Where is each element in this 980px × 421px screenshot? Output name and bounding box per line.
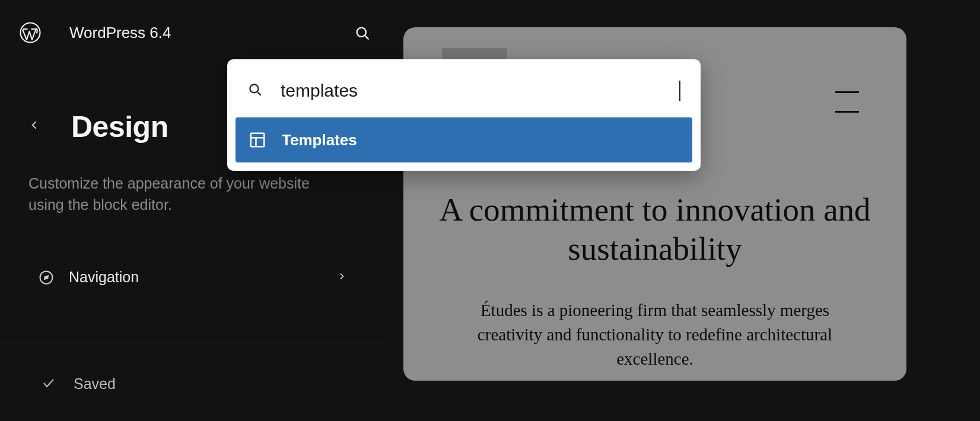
save-status-bar: Saved (0, 343, 386, 393)
compass-icon (38, 269, 55, 286)
command-result-templates[interactable]: Templates (236, 117, 692, 162)
site-title[interactable]: WordPress 6.4 (69, 24, 171, 42)
open-command-palette-button[interactable] (354, 25, 371, 42)
svg-point-7 (250, 84, 258, 93)
command-result-label: Templates (282, 131, 357, 149)
sidebar-title: Design (71, 110, 168, 144)
nav-item-navigation[interactable]: Navigation (28, 259, 357, 296)
sidebar-description: Customize the appearance of your website… (28, 173, 337, 216)
svg-rect-9 (251, 133, 265, 147)
text-cursor (679, 81, 680, 101)
layout-icon (249, 131, 266, 149)
command-palette: Templates (227, 59, 701, 171)
check-icon (42, 376, 56, 393)
saved-label: Saved (74, 375, 116, 393)
design-nav-list: Navigation (28, 259, 357, 296)
wordpress-logo-icon[interactable] (20, 22, 41, 43)
canvas-heading: A commitment to innovation and sustainab… (427, 190, 883, 269)
back-button[interactable] (28, 119, 44, 135)
command-palette-input[interactable] (281, 81, 679, 101)
command-palette-search-row (236, 68, 692, 114)
search-icon (247, 82, 263, 100)
editor-topbar: WordPress 6.4 (0, 0, 386, 65)
svg-line-2 (365, 36, 369, 40)
canvas-hero: A commitment to innovation and sustainab… (403, 190, 906, 372)
svg-marker-4 (44, 276, 48, 279)
chevron-right-icon (337, 272, 346, 283)
hamburger-menu-icon[interactable] (835, 91, 859, 113)
svg-point-1 (357, 28, 366, 37)
canvas-paragraph: Études is a pioneering firm that seamles… (427, 298, 883, 372)
nav-item-label: Navigation (69, 269, 139, 286)
svg-line-8 (257, 92, 260, 95)
